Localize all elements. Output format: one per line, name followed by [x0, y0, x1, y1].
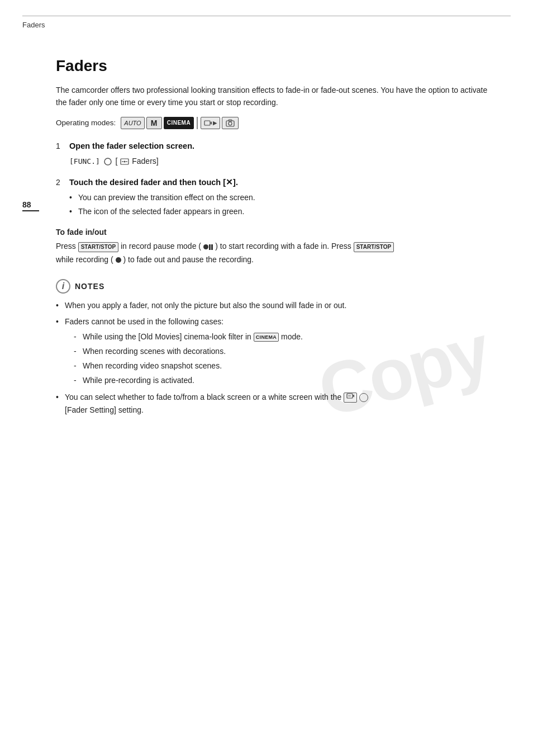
- step-2-body: You can preview the transition effect on…: [56, 191, 488, 218]
- page-container: Copy Faders 88 Faders The camcorder offe…: [0, 16, 533, 756]
- main-content: Faders The camcorder offers two professi…: [0, 35, 533, 445]
- notes-header: i NOTES: [56, 279, 488, 294]
- svg-point-7: [124, 161, 126, 163]
- press-label: Press: [56, 242, 78, 251]
- page-number-rule: [22, 210, 39, 211]
- step-2-bullets: You can preview the transition effect on…: [69, 191, 488, 218]
- operating-modes-label: Operating modes:: [56, 119, 116, 127]
- step-1-number: 1: [56, 141, 67, 150]
- step-2-header: 2 Touch the desired fader and then touch…: [56, 178, 488, 187]
- svg-point-5: [104, 158, 111, 165]
- camera-icon: [226, 119, 235, 127]
- step-2-number: 2: [56, 178, 67, 187]
- cinema-badge-inline: CINEMA: [254, 333, 279, 342]
- body-mid1: in record pause mode (: [121, 242, 201, 251]
- step-2: 2 Touch the desired fader and then touch…: [56, 178, 488, 218]
- page-number: 88: [22, 200, 31, 209]
- body-end1: while recording (: [56, 255, 113, 264]
- step-1: 1 Open the fader selection screen. [FUNC…: [56, 141, 488, 168]
- fader-setting-badge: [344, 393, 357, 403]
- pause-bar-1: [209, 244, 211, 250]
- fader-tv-icon: [346, 393, 354, 403]
- record-pause-icon: [203, 244, 213, 250]
- note-sub-3: When recording video snapshot scenes.: [74, 360, 488, 372]
- body-end2: ) to fade out and pause the recording.: [123, 255, 254, 264]
- note-sub-2: When recording scenes with decorations.: [74, 345, 488, 358]
- intro-text: The camcorder offers two professional lo…: [56, 84, 488, 109]
- note-item-3: You can select whether to fade to/from a…: [56, 391, 488, 417]
- page-title: Faders: [56, 57, 488, 75]
- filled-circle: [116, 257, 121, 263]
- start-stop-badge-1: START/STOP: [78, 242, 118, 252]
- note-item-1: When you apply a fader, not only the pic…: [56, 299, 488, 312]
- step-1-faders-label: Faders]: [132, 157, 158, 166]
- notes-sublist: While using the [Old Movies] cinema-look…: [65, 330, 488, 387]
- note-item-2: Faders cannot be used in the following c…: [56, 315, 488, 387]
- svg-rect-0: [204, 121, 210, 125]
- step-1-header: 1 Open the fader selection screen.: [56, 141, 488, 150]
- step-1-body: [FUNC.] [ Faders]: [56, 155, 488, 168]
- custom-icon: [204, 120, 212, 126]
- body-mid2: ) to start recording with a fade in. Pre…: [215, 242, 353, 251]
- notes-section: i NOTES When you apply a fader, not only…: [56, 279, 488, 417]
- sub-section-body: Press START/STOP in record pause mode ( …: [56, 240, 488, 267]
- sub-section-fade: To fade in/out Press START/STOP in recor…: [56, 228, 488, 267]
- operating-modes-row: Operating modes: AUTO M CINEMA ▶: [56, 117, 488, 129]
- faders-icon: [120, 158, 129, 166]
- svg-point-3: [229, 122, 232, 125]
- note-sub-1: While using the [Old Movies] cinema-look…: [74, 330, 488, 343]
- mode-cinema: CINEMA: [164, 117, 194, 129]
- info-icon: i: [56, 279, 70, 294]
- mode-photo: [222, 117, 239, 129]
- step-1-faders-icon: [120, 158, 129, 166]
- note-sub-4: While pre-recording is activated.: [74, 374, 488, 387]
- notes-list: When you apply a fader, not only the pic…: [56, 299, 488, 417]
- mode-custom: ▶: [201, 117, 220, 129]
- pause-bar-2: [211, 244, 213, 250]
- record-dot: [203, 244, 208, 249]
- pause-bars: [209, 244, 213, 250]
- circle-nav-icon: [104, 158, 112, 166]
- start-stop-badge-2: START/STOP: [354, 242, 394, 252]
- mode-m: M: [146, 117, 162, 129]
- header-label: Faders: [0, 16, 533, 29]
- step-1-bracket-open: [: [116, 157, 118, 166]
- mode-divider: [197, 117, 198, 129]
- circle-setting-icon: [359, 393, 368, 402]
- step-1-func: [FUNC.]: [69, 157, 100, 166]
- step-2-bullet-2: The icon of the selected fader appears i…: [69, 205, 488, 218]
- step-1-circle: [104, 157, 114, 166]
- notes-label: NOTES: [75, 282, 104, 291]
- sub-section-title: To fade in/out: [56, 228, 488, 237]
- step-1-title: Open the fader selection screen.: [69, 141, 194, 150]
- step-2-title: Touch the desired fader and then touch […: [69, 178, 238, 187]
- tv-fader-icon: [346, 393, 354, 399]
- step-2-bullet-1: You can preview the transition effect on…: [69, 191, 488, 204]
- mode-auto: AUTO: [121, 117, 144, 129]
